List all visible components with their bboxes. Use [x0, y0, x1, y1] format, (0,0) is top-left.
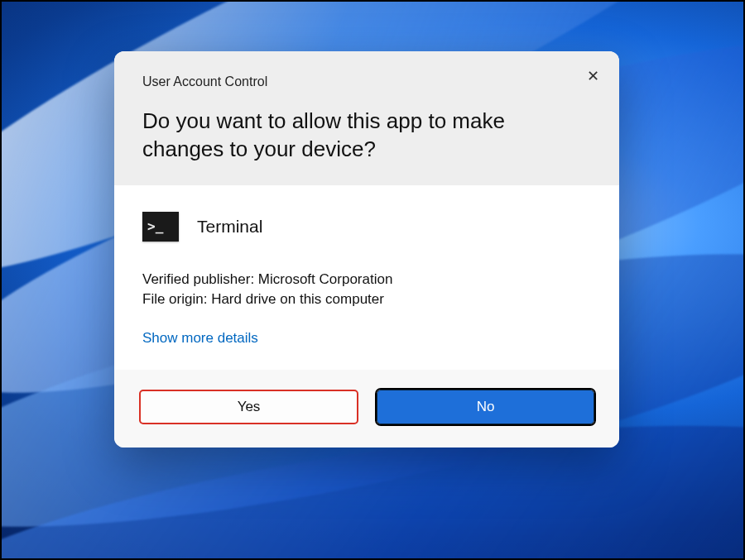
dialog-heading: Do you want to allow this app to make ch… — [142, 108, 591, 164]
dialog-header: ✕ User Account Control Do you want to al… — [114, 51, 619, 185]
close-icon[interactable]: ✕ — [581, 65, 604, 88]
yes-button[interactable]: Yes — [139, 390, 358, 424]
uac-dialog: ✕ User Account Control Do you want to al… — [114, 51, 619, 448]
dialog-body: >_ Terminal Verified publisher: Microsof… — [114, 185, 619, 370]
dialog-footer: Yes No — [114, 370, 619, 448]
no-button[interactable]: No — [377, 390, 594, 424]
show-more-details-link[interactable]: Show more details — [142, 330, 258, 347]
app-name: Terminal — [197, 217, 262, 237]
terminal-icon: >_ — [142, 212, 179, 242]
app-row: >_ Terminal — [142, 212, 591, 242]
dialog-title: User Account Control — [142, 74, 591, 89]
file-origin-line: File origin: Hard drive on this computer — [142, 290, 591, 310]
publisher-line: Verified publisher: Microsoft Corporatio… — [142, 270, 591, 290]
